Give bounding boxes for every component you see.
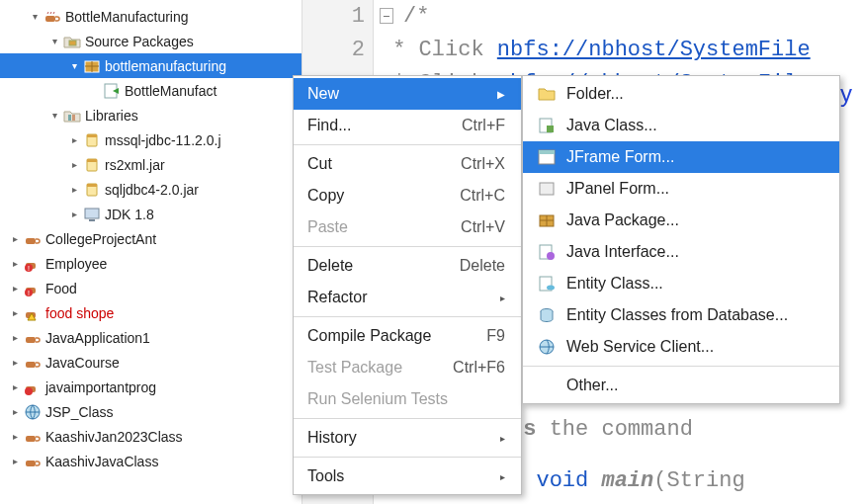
submenu-item-java-class[interactable]: Java Class...: [523, 110, 839, 141]
menu-item-copy[interactable]: Copy Ctrl+C: [294, 180, 521, 211]
coffee-project-warn-icon: [24, 304, 42, 322]
submenu-item-entity-db[interactable]: Entity Classes from Database...: [523, 299, 839, 331]
menu-item-delete[interactable]: Delete Delete: [294, 250, 521, 282]
code-main: main: [601, 468, 653, 493]
chevron-right-icon[interactable]: ▸: [8, 232, 22, 246]
editor-link[interactable]: nbfs://nbhost/SystemFile: [497, 38, 811, 62]
jar-icon: [83, 181, 101, 199]
tree-node-project[interactable]: ▸ KaashivJan2023Class: [0, 424, 302, 449]
tree-label: Employee: [45, 256, 107, 272]
chevron-down-icon[interactable]: ▾: [28, 10, 42, 24]
menu-item-test-package: Test Package Ctrl+F6: [294, 352, 521, 383]
chevron-right-icon[interactable]: ▸: [8, 356, 22, 370]
tree-node-project[interactable]: ▸ JavaApplication1: [0, 325, 302, 350]
svg-rect-32: [26, 461, 36, 466]
coffee-project-icon: [24, 428, 42, 446]
tree-node-class[interactable]: BottleManufact: [0, 78, 302, 103]
chevron-right-icon[interactable]: ▸: [8, 405, 22, 419]
menu-shortcut: F9: [486, 327, 505, 345]
svg-rect-27: [26, 362, 36, 368]
menu-item-history[interactable]: History ▸: [294, 422, 521, 454]
submenu-item-entity-class[interactable]: Entity Class...: [523, 268, 839, 299]
tree-label: KaashivJan2023Class: [45, 429, 183, 445]
submenu-item-java-interface[interactable]: Java Interface...: [523, 236, 839, 268]
menu-label: Run Selenium Tests: [307, 390, 448, 408]
tree-label: BottleManufact: [125, 83, 216, 99]
tree-node-jar[interactable]: ▸ mssql-jdbc-11.2.0.j: [0, 127, 302, 152]
tree-node-project[interactable]: ▸ ! Employee: [0, 251, 302, 276]
chevron-right-icon[interactable]: ▸: [67, 133, 81, 147]
tree-node-project[interactable]: ▸ CollegeProjectAnt: [0, 226, 302, 251]
menu-label: Tools: [307, 467, 344, 485]
submenu-item-java-package[interactable]: Java Package...: [523, 205, 839, 236]
coffee-project-icon: [24, 354, 42, 372]
project-tree[interactable]: ▾ BottleManufacturing ▾ Source Packages …: [0, 0, 302, 504]
svg-rect-37: [540, 183, 554, 195]
coffee-project-icon: [24, 230, 42, 248]
menu-label: Find...: [307, 117, 351, 134]
chevron-right-icon[interactable]: ▸: [67, 208, 81, 221]
svg-point-44: [547, 286, 555, 291]
context-menu[interactable]: New ▶ Find... Ctrl+F Cut Ctrl+X Copy Ctr…: [293, 75, 522, 495]
tree-node-project[interactable]: ▾ BottleManufacturing: [0, 4, 302, 29]
jdk-icon: [83, 206, 101, 223]
jframe-icon: [537, 147, 557, 167]
menu-item-cut[interactable]: Cut Ctrl+X: [294, 148, 521, 180]
blank-icon: [537, 376, 557, 395]
tree-node-project[interactable]: ▸ KaashivJavaClass: [0, 449, 302, 473]
submenu-item-jpanel[interactable]: JPanel Form...: [523, 173, 839, 205]
tree-label: food shope: [45, 305, 114, 321]
tree-node-libraries[interactable]: ▾ Libraries: [0, 103, 302, 127]
svg-rect-12: [87, 159, 97, 162]
submenu-item-jframe[interactable]: JFrame Form...: [523, 141, 839, 173]
svg-rect-10: [87, 134, 97, 137]
chevron-right-icon[interactable]: ▸: [8, 257, 22, 271]
tree-label: Libraries: [85, 108, 138, 124]
chevron-right-icon[interactable]: ▸: [67, 183, 81, 197]
chevron-down-icon[interactable]: ▾: [67, 59, 81, 73]
tree-label: CollegeProjectAnt: [45, 231, 156, 247]
menu-item-selenium: Run Selenium Tests: [294, 383, 521, 415]
submenu-new[interactable]: Folder... Java Class... JFrame Form... J…: [522, 75, 840, 404]
svg-point-42: [547, 252, 555, 260]
tree-label: JavaApplication1: [45, 330, 150, 346]
submenu-item-ws-client[interactable]: Web Service Client...: [523, 331, 839, 363]
tree-node-project-broken[interactable]: ▸ food shope: [0, 300, 302, 325]
svg-text:!: !: [28, 290, 30, 296]
comment-text: * Click: [392, 38, 497, 62]
chevron-right-icon[interactable]: ▸: [8, 306, 22, 320]
chevron-right-icon[interactable]: ▸: [8, 331, 22, 345]
menu-item-refactor[interactable]: Refactor ▸: [294, 282, 521, 313]
fold-icon[interactable]: –: [380, 8, 393, 24]
tree-node-source-packages[interactable]: ▾ Source Packages: [0, 29, 302, 53]
tree-node-jdk[interactable]: ▸ JDK 1.8: [0, 202, 302, 226]
tree-node-project[interactable]: ▸ JSP_Class: [0, 399, 302, 424]
submenu-arrow-icon: ▸: [500, 471, 505, 482]
menu-item-find[interactable]: Find... Ctrl+F: [294, 110, 521, 141]
menu-item-compile[interactable]: Compile Package F9: [294, 320, 521, 352]
menu-item-new[interactable]: New ▶: [294, 78, 521, 110]
submenu-item-other[interactable]: Other...: [523, 370, 839, 401]
package-icon: [83, 57, 101, 75]
coffee-project-error-icon: !: [24, 255, 42, 273]
menu-separator: [523, 366, 839, 367]
menu-separator: [294, 457, 521, 458]
tree-node-project[interactable]: ▸ JavaCourse: [0, 350, 302, 375]
chevron-down-icon[interactable]: ▾: [47, 109, 61, 123]
tree-node-jar[interactable]: ▸ sqljdbc4-2.0.jar: [0, 177, 302, 202]
chevron-right-icon[interactable]: ▸: [8, 282, 22, 295]
chevron-right-icon[interactable]: ▸: [8, 380, 22, 394]
menu-item-tools[interactable]: Tools ▸: [294, 461, 521, 492]
chevron-right-icon[interactable]: ▸: [8, 430, 22, 444]
tree-node-project[interactable]: ▸ ! Food: [0, 276, 302, 300]
menu-shortcut: Ctrl+X: [461, 155, 505, 173]
menu-label: Entity Classes from Database...: [566, 306, 788, 324]
tree-node-package-selected[interactable]: ▾ bottlemanufacturing: [0, 53, 302, 78]
tree-node-jar[interactable]: ▸ rs2xml.jar: [0, 152, 302, 177]
tree-node-project[interactable]: ▸ javaimportantprog: [0, 375, 302, 399]
submenu-item-folder[interactable]: Folder...: [523, 78, 839, 110]
chevron-right-icon[interactable]: ▸: [8, 455, 22, 468]
web-service-icon: [537, 337, 557, 357]
chevron-right-icon[interactable]: ▸: [67, 158, 81, 172]
chevron-down-icon[interactable]: ▾: [47, 35, 61, 48]
